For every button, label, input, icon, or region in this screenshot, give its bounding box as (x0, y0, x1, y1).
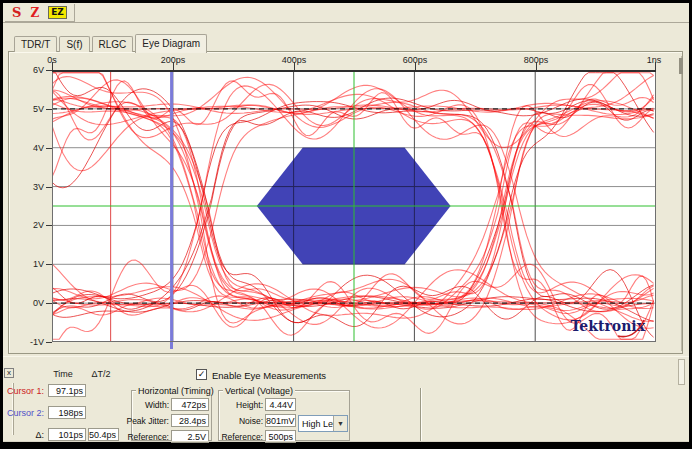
x-tick-mark (294, 62, 295, 70)
cursor2-label: Cursor 2: (3, 408, 46, 418)
noise-field[interactable]: 801mV (265, 414, 296, 427)
y-tick-label: 0V (22, 298, 44, 308)
cursor1-label: Cursor 1: (3, 386, 46, 396)
right-scrollbar[interactable] (681, 56, 682, 351)
delta-t2-column-header: ΔT/2 (81, 369, 121, 379)
impedance-icon[interactable]: Z (30, 6, 39, 20)
noise-label: Noise: (221, 416, 263, 426)
dropdown-arrow-icon[interactable]: ▼ (333, 416, 347, 431)
width-label: Width: (132, 400, 169, 410)
eye-diagram-plot[interactable]: Tektronix (52, 70, 656, 342)
x-tick-mark (173, 62, 174, 70)
panel-divider (420, 388, 422, 442)
y-tick-label: 2V (22, 220, 44, 230)
y-tick-mark (46, 342, 52, 343)
delta-label: Δ: (3, 430, 46, 440)
logo-text: Tektronix (571, 318, 646, 334)
cursor1-value-field[interactable]: 97.1ps (48, 384, 86, 397)
eye-measure-icon[interactable]: EZ (48, 6, 67, 19)
tektronix-logo: Tektronix (571, 318, 646, 337)
tab-rlgc[interactable]: RLGC (92, 36, 134, 52)
cursor2-value-field[interactable]: 198ps (48, 406, 86, 419)
width-field[interactable]: 472ps (171, 398, 209, 411)
y-tick-label: 5V (22, 104, 44, 114)
y-tick-label: -1V (22, 337, 44, 347)
cursor2-axis-tick[interactable] (170, 342, 173, 349)
noise-source-dropdown[interactable]: High Level ▼ (298, 415, 348, 432)
toolbar-island: S Z EZ (5, 4, 75, 22)
close-measurement-bar-button[interactable]: x (4, 368, 14, 378)
delta-time-field[interactable]: 101ps (48, 428, 86, 441)
toolbar: S Z EZ (3, 3, 689, 23)
tab-sf[interactable]: S(f) (59, 36, 89, 52)
app-window: S Z EZ TDR/T S(f) RLGC Eye Diagram 0s 20… (0, 0, 692, 449)
tab-eye-diagram[interactable]: Eye Diagram (135, 34, 207, 53)
y-tick-label: 1V (22, 259, 44, 269)
x-tick-mark (415, 62, 416, 70)
vertical-voltage-title: Vertical (Voltage) (223, 386, 295, 396)
peak-jitter-label: Peak Jitter: (124, 416, 169, 426)
enable-eye-measurements-label: Enable Eye Measurements (212, 370, 326, 381)
delta-t2-field[interactable]: 50.4ps (88, 428, 119, 441)
horizontal-timing-group: Horizontal (Timing) Width: 472ps Peak Ji… (131, 390, 212, 441)
time-column-header: Time (43, 369, 83, 379)
enable-eye-measurements-checkbox[interactable]: ✓ (196, 369, 207, 380)
height-label: Height: (221, 400, 263, 410)
x-tick-label: 1ns (647, 55, 662, 65)
x-tick-mark (536, 62, 537, 70)
y-tick-label: 6V (22, 65, 44, 75)
horizontal-timing-title: Horizontal (Timing) (136, 386, 216, 396)
x-tick-mark (52, 62, 53, 70)
peak-jitter-field[interactable]: 28.4ps (171, 414, 209, 427)
tab-tdrt[interactable]: TDR/T (14, 36, 57, 52)
x-tick-mark (655, 62, 656, 70)
mini-scrollbar[interactable] (678, 359, 685, 385)
y-tick-label: 3V (22, 182, 44, 192)
measurement-bar: x Time ΔT/2 Cursor 1: 97.1ps Cursor 2: 1… (3, 356, 689, 442)
bottom-edge-line (3, 441, 689, 442)
right-scrollbar-thumb[interactable] (679, 58, 683, 74)
height-field[interactable]: 4.44V (265, 398, 296, 411)
y-tick-label: 4V (22, 143, 44, 153)
tab-bar: TDR/T S(f) RLGC Eye Diagram (14, 32, 209, 52)
s-parameters-icon[interactable]: S (12, 5, 21, 20)
vertical-voltage-group: Vertical (Voltage) Height: 4.44V Noise: … (218, 390, 350, 441)
